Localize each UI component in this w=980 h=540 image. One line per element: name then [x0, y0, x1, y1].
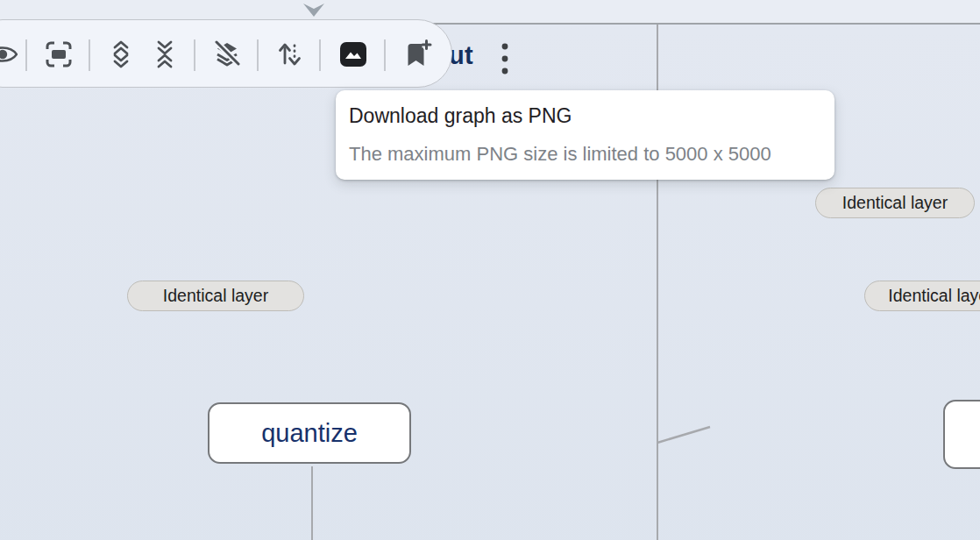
download-png-button[interactable] — [334, 35, 373, 74]
expand-all-button[interactable] — [102, 35, 140, 74]
visibility-button[interactable] — [0, 35, 22, 74]
op-node-clipped[interactable] — [943, 400, 980, 469]
parent-layer-menu-icon[interactable] — [500, 42, 510, 77]
fit-screen-icon — [43, 39, 75, 70]
toolbar-separator — [257, 39, 259, 71]
trace-io-button[interactable] — [270, 35, 309, 74]
toolbar-separator — [194, 39, 195, 71]
flatten-layers-button[interactable] — [208, 35, 246, 74]
toolbar-separator — [384, 39, 386, 71]
trace-io-icon — [274, 39, 304, 69]
op-node-label: quantize — [261, 419, 358, 448]
add-bookmark-button[interactable] — [398, 35, 437, 74]
toolbar-separator — [89, 39, 90, 71]
add-bookmark-icon — [401, 39, 433, 70]
model-graph-canvas: ut dens einsum Identical layer — [0, 0, 980, 540]
parent-layer-title: ut — [449, 41, 473, 70]
collapse-all-button[interactable] — [146, 35, 184, 74]
edge-arrowhead-icon — [303, 4, 324, 17]
expand-all-icon — [106, 39, 136, 69]
download-png-tooltip: Download graph as PNG The maximum PNG si… — [336, 90, 834, 180]
zoom-to-fit-button[interactable] — [39, 35, 78, 74]
tooltip-subtitle: The maximum PNG size is limited to 5000 … — [349, 143, 771, 166]
flatten-layers-icon — [211, 39, 243, 70]
identical-layer-badge: Identical layer — [127, 281, 304, 311]
graph-toolbar — [0, 19, 452, 88]
toolbar-separator — [25, 39, 27, 71]
toolbar-separator — [319, 39, 321, 71]
op-node-quantize[interactable]: quantize — [208, 402, 411, 464]
collapse-all-icon — [150, 39, 180, 69]
tooltip-title: Download graph as PNG — [349, 104, 572, 128]
identical-layer-badge: Identical layer — [864, 281, 980, 311]
download-png-icon — [337, 39, 369, 70]
eye-icon — [0, 39, 18, 69]
identical-layer-badge: Identical layer — [815, 188, 975, 218]
